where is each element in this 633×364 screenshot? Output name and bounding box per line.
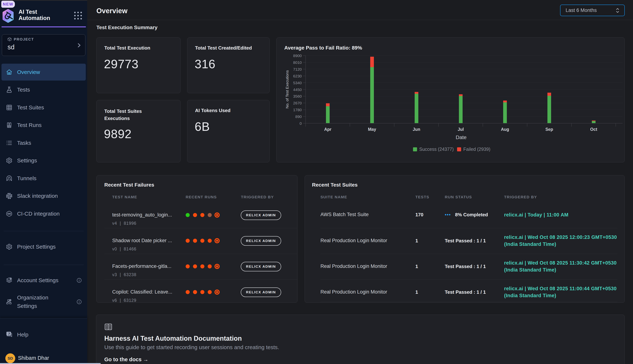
svg-text:Sep: Sep (545, 127, 553, 132)
svg-text:Date: Date (456, 134, 466, 140)
svg-text:5340: 5340 (293, 81, 302, 85)
svg-text:Jul: Jul (458, 127, 464, 132)
svg-text:Success (24377): Success (24377) (419, 146, 454, 152)
svg-text:8010: 8010 (293, 60, 302, 64)
svg-text:Aug: Aug (501, 127, 509, 132)
svg-text:Apr: Apr (324, 127, 332, 132)
svg-text:Jun: Jun (413, 127, 420, 132)
svg-text:6230: 6230 (293, 74, 302, 78)
svg-text:0: 0 (299, 121, 302, 126)
svg-text:3560: 3560 (293, 94, 302, 98)
svg-text:May: May (368, 127, 376, 132)
svg-text:890: 890 (295, 114, 302, 119)
svg-text:No. of Test Executions: No. of Test Executions (285, 70, 289, 108)
svg-text:Oct: Oct (590, 127, 597, 132)
svg-text:Failed (2939): Failed (2939) (463, 146, 490, 152)
svg-text:7120: 7120 (293, 67, 302, 71)
svg-text:1780: 1780 (293, 108, 302, 112)
svg-text:8900: 8900 (293, 54, 302, 58)
svg-text:2670: 2670 (293, 101, 302, 105)
svg-text:4450: 4450 (293, 88, 302, 92)
